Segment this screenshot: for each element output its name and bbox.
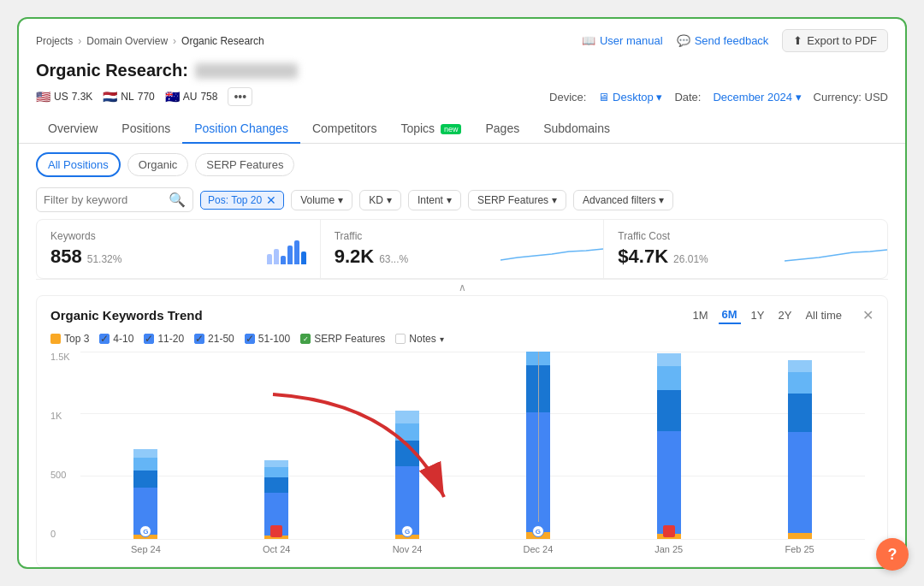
send-feedback-button[interactable]: 💬 Send feedback	[677, 34, 769, 47]
bar-jan25: Jan 25	[603, 352, 734, 539]
chevron-down-icon: ▾	[447, 194, 452, 206]
top-bar: Projects › Domain Overview › Organic Res…	[19, 19, 905, 57]
trend-title: Organic Keywords Trend	[50, 308, 203, 323]
legend-serp-features[interactable]: ✓ SERP Features	[300, 333, 385, 345]
time-2y[interactable]: 2Y	[774, 307, 795, 323]
keyword-filter-wrap: 🔍	[36, 187, 193, 212]
bar-label-oct24: Oct 24	[263, 544, 290, 554]
device-dropdown[interactable]: 🖥 Desktop ▾	[598, 91, 662, 104]
bar-stack-jan25	[657, 353, 681, 539]
export-icon: ⬆	[793, 34, 803, 47]
metric-traffic: Traffic 9.2K 63...%	[321, 220, 605, 278]
legend-51-100[interactable]: ✓ 51-100	[245, 333, 290, 345]
bar-stack-nov24: G	[395, 411, 419, 539]
time-6m[interactable]: 6M	[719, 306, 741, 324]
legend-21-50[interactable]: ✓ 21-50	[194, 333, 234, 345]
user-manual-button[interactable]: 📖 User manual	[582, 34, 663, 47]
legend-4-10[interactable]: ✓ 4-10	[99, 333, 133, 345]
legend-21-50-checkbox: ✓	[194, 334, 204, 344]
keywords-chart	[267, 239, 306, 264]
tab-position-changes[interactable]: Position Changes	[182, 115, 300, 144]
sub-tabs: All Positions Organic SERP Features	[19, 144, 905, 182]
metric-traffic-cost: Traffic Cost $4.7K 26.01%	[604, 220, 887, 278]
tab-competitors[interactable]: Competitors	[300, 115, 388, 144]
serp-features-filter[interactable]: SERP Features ▾	[468, 190, 566, 210]
bar-stack-feb25	[788, 360, 812, 539]
kd-filter[interactable]: KD ▾	[359, 190, 401, 210]
tab-topics[interactable]: Topics new	[388, 115, 473, 144]
metric-keywords: Keywords 858 51.32%	[37, 220, 321, 278]
new-badge: new	[441, 124, 462, 134]
top-actions: 📖 User manual 💬 Send feedback ⬆ Export t…	[582, 29, 888, 52]
metrics-row: Keywords 858 51.32% Traffic 9.2K 63...%	[36, 219, 888, 279]
legend-serp-checkbox: ✓	[300, 334, 311, 344]
bar-stack-sep24: G	[133, 449, 157, 539]
chip-close-icon[interactable]: ✕	[266, 194, 276, 206]
legend-notes[interactable]: Notes ▾	[395, 333, 443, 345]
chevron-up-icon: ∧	[459, 281, 466, 293]
legend-notes-checkbox	[395, 334, 406, 344]
subtab-serp-features[interactable]: SERP Features	[195, 153, 294, 176]
time-buttons: 1M 6M 1Y 2Y All time	[689, 306, 845, 324]
tab-subdomains[interactable]: Subdomains	[531, 115, 622, 144]
time-1y[interactable]: 1Y	[748, 307, 768, 323]
legend-4-10-checkbox: ✓	[99, 334, 110, 344]
export-pdf-button[interactable]: ⬆ Export to PDF	[782, 29, 888, 52]
breadcrumb-current: Organic Research	[181, 35, 264, 47]
flag-nl[interactable]: 🇳🇱 NL 770	[103, 90, 154, 104]
date-dropdown[interactable]: December 2024 ▾	[713, 91, 801, 104]
more-flags-button[interactable]: •••	[228, 87, 252, 106]
keyword-filter-input[interactable]	[44, 193, 163, 206]
y-axis-labels: 1.5K 1K 500 0	[50, 352, 76, 539]
flags-row: 🇺🇸 US 7.3K 🇳🇱 NL 770 🇦🇺 AU 758 ••• Devic…	[19, 87, 905, 115]
legend-row: Top 3 ✓ 4-10 ✓ 11-20 ✓ 21-50 ✓ 51-100 ✓ …	[50, 333, 874, 345]
legend-11-20[interactable]: ✓ 11-20	[144, 333, 184, 345]
collapse-metrics-button[interactable]: ∧	[36, 279, 888, 295]
time-all[interactable]: All time	[802, 307, 845, 323]
traffic-line-chart	[500, 239, 603, 264]
pos-top20-chip[interactable]: Pos: Top 20 ✕	[200, 191, 284, 210]
domain-name	[195, 63, 298, 79]
bar-label-feb25: Feb 25	[785, 544, 814, 554]
trend-close-button[interactable]: ✕	[862, 307, 874, 323]
chart-bars-area: G Sep 24 Oct	[80, 352, 865, 539]
feedback-icon: 💬	[677, 34, 690, 47]
time-1m[interactable]: 1M	[689, 307, 711, 323]
device-date: Device: 🖥 Desktop ▾ Date: December 2024 …	[549, 91, 888, 104]
advanced-filters[interactable]: Advanced filters ▾	[573, 190, 673, 210]
help-button[interactable]: ?	[876, 538, 907, 569]
legend-top3[interactable]: Top 3	[50, 333, 89, 345]
bar-feb25: Feb 25	[734, 352, 865, 539]
nav-tabs: Overview Positions Position Changes Comp…	[19, 115, 905, 144]
volume-filter[interactable]: Volume ▾	[291, 190, 352, 210]
breadcrumb-projects[interactable]: Projects	[36, 35, 73, 47]
trend-section: Organic Keywords Trend 1M 6M 1Y 2Y All t…	[36, 295, 888, 567]
trend-header: Organic Keywords Trend 1M 6M 1Y 2Y All t…	[50, 306, 874, 324]
legend-top3-color	[50, 334, 61, 344]
breadcrumb-domain-overview[interactable]: Domain Overview	[86, 35, 168, 47]
intent-filter[interactable]: Intent ▾	[408, 190, 461, 210]
tab-overview[interactable]: Overview	[36, 115, 110, 144]
vertical-highlight-line	[538, 352, 540, 522]
chevron-down-icon: ▾	[656, 91, 662, 104]
bar-nov24: G Nov 24	[342, 352, 473, 539]
filters-row: 🔍 Pos: Top 20 ✕ Volume ▾ KD ▾ Intent ▾ S…	[19, 182, 905, 219]
subtab-all-positions[interactable]: All Positions	[36, 152, 121, 177]
legend-11-20-checkbox: ✓	[144, 334, 154, 344]
flag-au[interactable]: 🇦🇺 AU 758	[165, 90, 218, 104]
tab-pages[interactable]: Pages	[473, 115, 531, 144]
note-red-oct24	[270, 525, 282, 537]
chevron-down-icon: ▾	[338, 194, 343, 206]
note-g-nov24: G	[401, 525, 413, 537]
chevron-down-icon: ▾	[552, 194, 557, 206]
note-g-dec24: G	[532, 525, 544, 537]
breadcrumb: Projects › Domain Overview › Organic Res…	[36, 35, 264, 47]
search-icon: 🔍	[169, 192, 186, 208]
tab-positions[interactable]: Positions	[110, 115, 182, 144]
flag-us[interactable]: 🇺🇸 US 7.3K	[36, 90, 92, 104]
chevron-down-icon: ▾	[796, 91, 802, 104]
bar-label-nov24: Nov 24	[393, 544, 423, 554]
chevron-down-icon: ▾	[659, 194, 664, 206]
subtab-organic[interactable]: Organic	[127, 153, 189, 176]
bar-label-jan25: Jan 25	[654, 544, 683, 554]
